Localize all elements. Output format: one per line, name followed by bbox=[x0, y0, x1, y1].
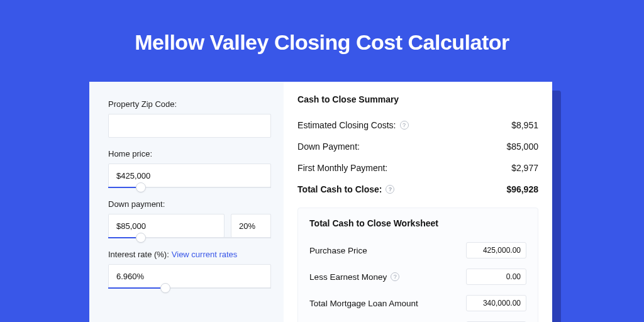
worksheet-row-label: Purchase Price bbox=[309, 246, 367, 255]
down-payment-input[interactable] bbox=[108, 214, 225, 238]
summary-row: Total Cash to Close: ? $96,928 bbox=[297, 179, 538, 200]
worksheet-row-input[interactable] bbox=[466, 242, 526, 258]
home-price-slider[interactable] bbox=[108, 187, 271, 188]
help-icon[interactable]: ? bbox=[386, 185, 394, 194]
summary-title: Cash to Close Summary bbox=[297, 94, 538, 104]
interest-input[interactable] bbox=[108, 264, 271, 288]
summary-row-label: Down Payment: bbox=[297, 142, 360, 152]
help-icon[interactable]: ? bbox=[400, 121, 409, 130]
summary-row-label: First Monthly Payment: bbox=[297, 163, 387, 173]
summary-row-value: $96,928 bbox=[506, 184, 538, 194]
interest-slider[interactable] bbox=[108, 287, 271, 289]
worksheet-row-input[interactable] bbox=[466, 269, 526, 285]
slider-thumb-icon[interactable] bbox=[136, 233, 146, 243]
summary-row-value: $8,951 bbox=[511, 120, 538, 130]
summary-row: Down Payment: $85,000 bbox=[297, 136, 538, 157]
worksheet-title: Total Cash to Close Worksheet bbox=[309, 218, 526, 228]
page-title: Mellow Valley Closing Cost Calculator bbox=[0, 0, 644, 72]
home-price-group: Home price: bbox=[108, 149, 271, 188]
interest-group: Interest rate (%): View current rates bbox=[108, 250, 271, 289]
summary-panel: Cash to Close Summary Estimated Closing … bbox=[284, 82, 552, 322]
zip-input[interactable] bbox=[108, 114, 271, 138]
zip-group: Property Zip Code: bbox=[108, 99, 271, 138]
down-payment-pct-input[interactable] bbox=[231, 214, 271, 238]
summary-row: Estimated Closing Costs: ? $8,951 bbox=[297, 114, 538, 136]
form-panel: Property Zip Code: Home price: Down paym… bbox=[89, 82, 284, 322]
worksheet-row: Less Earnest Money ? bbox=[309, 264, 526, 290]
worksheet-row: Total Second Mortgage Amount ? bbox=[309, 316, 526, 322]
zip-label: Property Zip Code: bbox=[108, 99, 271, 109]
worksheet-row-label: Less Earnest Money bbox=[309, 272, 387, 282]
slider-thumb-icon[interactable] bbox=[160, 283, 170, 293]
worksheet-row: Purchase Price bbox=[309, 237, 526, 264]
help-icon[interactable]: ? bbox=[391, 272, 399, 281]
worksheet-panel: Total Cash to Close Worksheet Purchase P… bbox=[297, 208, 538, 322]
view-rates-link[interactable]: View current rates bbox=[172, 250, 238, 259]
home-price-input[interactable] bbox=[108, 164, 271, 187]
summary-row-label: Total Cash to Close: bbox=[297, 184, 382, 194]
summary-row-value: $85,000 bbox=[506, 142, 538, 152]
calculator-card: Property Zip Code: Home price: Down paym… bbox=[89, 82, 552, 322]
down-payment-label: Down payment: bbox=[108, 199, 271, 209]
home-price-label: Home price: bbox=[108, 149, 271, 158]
summary-row-value: $2,977 bbox=[511, 163, 538, 173]
summary-row: First Monthly Payment: $2,977 bbox=[297, 157, 538, 179]
down-payment-slider[interactable] bbox=[108, 237, 271, 238]
summary-row-label: Estimated Closing Costs: bbox=[297, 120, 396, 130]
interest-label: Interest rate (%): bbox=[108, 250, 169, 259]
worksheet-row: Total Mortgage Loan Amount bbox=[309, 290, 526, 316]
worksheet-row-label: Total Mortgage Loan Amount bbox=[309, 299, 418, 308]
slider-thumb-icon[interactable] bbox=[136, 182, 146, 192]
worksheet-row-input[interactable] bbox=[466, 295, 526, 311]
down-payment-group: Down payment: bbox=[108, 199, 271, 238]
